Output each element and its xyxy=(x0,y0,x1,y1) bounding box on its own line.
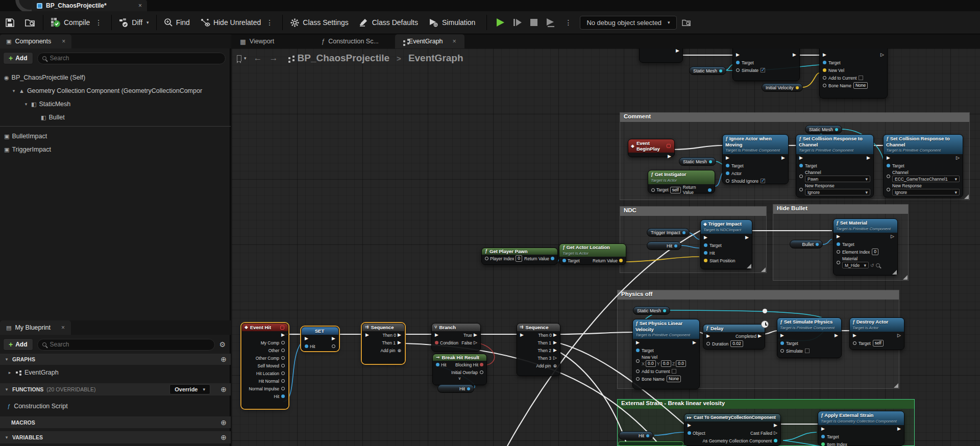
vel-z-value[interactable]: 0.0 xyxy=(676,360,686,367)
exec-out-pin[interactable]: ▶ xyxy=(774,423,777,428)
frame-skip-button[interactable] xyxy=(512,17,523,28)
node-resize-handle[interactable] xyxy=(747,264,751,268)
exec-in-pin[interactable]: ▶ xyxy=(520,333,524,337)
struct-out-pin[interactable] xyxy=(674,244,677,247)
comment-resize-handle[interactable] xyxy=(761,267,766,272)
channel-dropdown[interactable]: Pawn▾ xyxy=(805,176,870,182)
exec-out-pin[interactable]: ▶ xyxy=(781,156,785,160)
object-pin[interactable] xyxy=(688,431,691,435)
completed-exec-pin[interactable]: ▶ xyxy=(758,334,762,338)
target-pin[interactable] xyxy=(736,61,740,64)
should-ignore-pin[interactable] xyxy=(726,179,729,183)
exec-in-pin[interactable]: ▶ xyxy=(823,53,826,57)
simulation-button[interactable]: Simulation xyxy=(423,11,480,34)
component-out-pin[interactable] xyxy=(835,128,838,131)
add-to-current-checkbox[interactable] xyxy=(859,76,863,80)
node-cast-to-geometrycollectioncomponent[interactable]: ▸▸Cast To GeometryCollectionComponent ▶▶… xyxy=(684,413,781,446)
play-button[interactable] xyxy=(495,17,505,28)
my-blueprint-search[interactable] xyxy=(37,339,215,351)
new-response-pin[interactable] xyxy=(887,188,890,191)
item-index-pin[interactable] xyxy=(821,442,825,446)
compile-button[interactable]: Compile ⋮ xyxy=(45,11,109,34)
save-button[interactable] xyxy=(0,11,20,34)
add-graph-icon[interactable]: ⊕ xyxy=(220,355,227,363)
close-icon[interactable]: × xyxy=(61,324,65,331)
exec-in-pin[interactable]: ▶ xyxy=(821,427,825,431)
vel-y-value[interactable]: 0.0 xyxy=(661,360,671,367)
target-pin[interactable] xyxy=(726,164,729,167)
tree-item-staticmesh[interactable]: ▾ ◧ StaticMesh xyxy=(0,98,231,110)
exec-in-pin[interactable]: ▶ xyxy=(636,340,640,345)
comment-title[interactable]: Hide Bullet xyxy=(773,205,908,214)
getter-trigger-impact[interactable]: Trigger Impact xyxy=(647,228,690,237)
my-blueprint-search-input[interactable] xyxy=(50,341,210,348)
add-macro-icon[interactable]: ⊕ xyxy=(220,418,227,427)
bone-name-value[interactable]: None xyxy=(667,376,681,382)
tree-item-geometry-collection[interactable]: ▾ ▲ Geometry Collection Component (Geome… xyxy=(0,85,231,97)
nav-back-button[interactable]: ← xyxy=(254,53,262,63)
player-index-pin[interactable] xyxy=(485,257,488,260)
find-button[interactable]: Find xyxy=(159,11,195,34)
node-cutoff-event[interactable]: ▶ xyxy=(639,48,683,63)
diff-button[interactable]: Diff ▾ xyxy=(114,11,154,34)
node-set-velocity-top[interactable]: ▶▷ Target New Vel Add to Current Bone Na… xyxy=(819,48,888,98)
player-index-value[interactable]: 0 xyxy=(516,255,522,262)
tree-item-self[interactable]: ◉ BP_ChaosProjectile (Self) xyxy=(0,71,231,84)
then0-pin[interactable]: ▶ xyxy=(398,333,401,337)
node-ignore-actor-when-moving[interactable]: ƒ Ignore Actor when MovingTarget is Prim… xyxy=(722,134,789,184)
tab-components[interactable]: ▣ Components × xyxy=(0,34,71,48)
vector-out-pin[interactable] xyxy=(796,86,799,89)
duration-value[interactable]: 0.02 xyxy=(730,340,743,347)
stop-button[interactable] xyxy=(530,18,538,27)
actor-pin[interactable] xyxy=(726,171,729,175)
caret-down-icon[interactable]: ▾ xyxy=(11,88,16,93)
simulate-pin[interactable] xyxy=(736,68,740,72)
comment-title[interactable]: External Strain - Break linear velosity xyxy=(618,400,914,409)
vel-x-value[interactable]: 0.0 xyxy=(646,360,656,367)
exec-out-pin[interactable]: ▶ xyxy=(281,333,285,337)
node-set-simulate-physics[interactable]: ƒ Set Simulate PhysicsTarget is Primitiv… xyxy=(777,317,842,358)
then0-pin[interactable]: ▶ xyxy=(553,333,557,337)
tab-construction-script[interactable]: ƒ Construction Sc... xyxy=(313,34,387,48)
add-function-icon[interactable]: ⊕ xyxy=(220,385,227,393)
node-set-simulate-top[interactable]: ▶▶ Target Simulate xyxy=(732,48,800,81)
tab-my-blueprint[interactable]: ▤ My Blueprint × xyxy=(0,320,71,335)
target-pin[interactable] xyxy=(887,164,890,167)
target-pin[interactable] xyxy=(780,341,784,345)
node-sequence-2[interactable]: ⇉Sequence ▶Then 0▶ Then 1▶ Then 2▶ Then … xyxy=(517,323,560,376)
components-search-input[interactable] xyxy=(50,55,220,62)
getter-hit[interactable]: Hit xyxy=(647,241,681,250)
class-defaults-button[interactable]: Class Defaults xyxy=(354,11,423,34)
target-pin[interactable] xyxy=(636,349,640,352)
asset-tab[interactable]: BP_ChaosProjectile* × xyxy=(32,0,147,11)
exec-in-pin[interactable]: ▶ xyxy=(706,334,710,338)
bone-name-pin[interactable] xyxy=(636,377,640,381)
duration-pin[interactable] xyxy=(706,342,710,345)
getter-static-mesh[interactable]: Static Mesh xyxy=(633,306,670,315)
target-pin[interactable] xyxy=(853,341,856,345)
should-ignore-checkbox[interactable] xyxy=(761,179,765,183)
struct-out-pin[interactable] xyxy=(467,387,470,390)
exec-out-pin[interactable]: ▶ xyxy=(835,333,838,338)
element-index-pin[interactable] xyxy=(837,250,840,254)
as-component-pin[interactable] xyxy=(774,439,777,442)
add-pin-icon[interactable]: ⊕ xyxy=(397,348,401,353)
bookmarks-button[interactable]: ▾ xyxy=(237,55,247,61)
close-icon[interactable]: × xyxy=(138,2,142,9)
function-item-construction-script[interactable]: ƒ Construction Script xyxy=(0,400,231,413)
exec-in-pin[interactable]: ▶ xyxy=(853,333,856,338)
return-value-pin[interactable] xyxy=(708,188,712,192)
node-trigger-impact[interactable]: ◆ Trigger ImpactTarget is NDCImpact ▶▶ T… xyxy=(700,219,752,269)
exec-out-pin[interactable]: ▷ xyxy=(897,333,901,338)
getter-partial-green[interactable] xyxy=(618,441,683,446)
node-resize-handle[interactable] xyxy=(892,270,897,275)
getter-hit[interactable]: Hit xyxy=(437,384,474,393)
exec-out-pin[interactable]: ▷ xyxy=(891,234,894,239)
node-branch[interactable]: ⑂Branch ▶True▶ ConditionFalse▷ xyxy=(431,323,481,352)
then1-pin[interactable]: ▶ xyxy=(398,340,401,345)
play-options-kebab-icon[interactable]: ⋮ xyxy=(562,18,574,27)
target-value[interactable]: self xyxy=(670,187,681,193)
tab-viewport[interactable]: ▦ Viewport xyxy=(232,34,282,48)
then2-pin[interactable]: ▶ xyxy=(553,348,557,353)
cast-failed-exec-pin[interactable]: ▷ xyxy=(774,431,777,435)
